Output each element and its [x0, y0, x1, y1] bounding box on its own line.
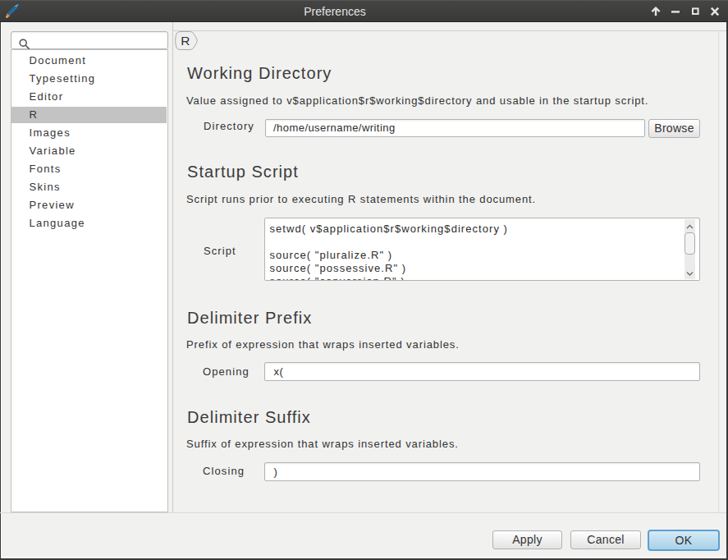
svg-text:R: R [181, 34, 190, 48]
